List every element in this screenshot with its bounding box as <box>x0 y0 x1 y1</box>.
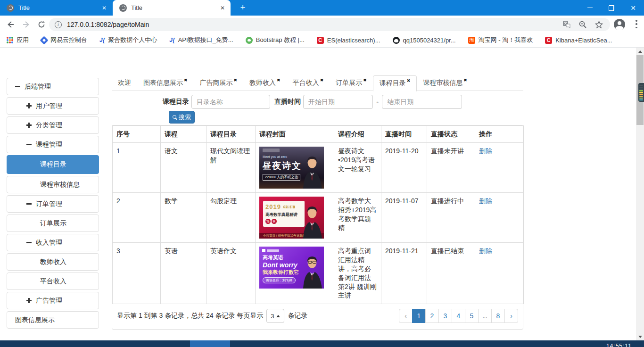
start-date-input[interactable] <box>303 95 373 109</box>
scroll-up-arrow[interactable] <box>636 48 644 55</box>
cell-action: 删除 <box>475 243 524 304</box>
logo-mark <box>262 249 265 252</box>
content-tab[interactable]: 课程审核信息✖ <box>417 75 473 91</box>
content-tab[interactable]: 广告商展示✖ <box>194 75 244 91</box>
sidebar-item[interactable]: 教师收入 <box>7 253 99 271</box>
delete-link[interactable]: 删除 <box>479 197 492 205</box>
back-button[interactable] <box>4 18 17 31</box>
profile-avatar[interactable] <box>614 19 625 30</box>
omnibox-icons <box>562 20 604 29</box>
table-header-row: 序号课程课程目录课程封面课程介绍直播时间直播状态操作 <box>113 126 524 143</box>
content-tab-close-icon[interactable]: ✖ <box>320 78 324 83</box>
restore-button[interactable] <box>601 0 622 16</box>
bookmark-item[interactable]: Bootstrap 教程 |... <box>246 36 305 44</box>
content-tab[interactable]: 图表信息展示✖ <box>137 75 194 91</box>
taskbar-clock: 14:55:11 <box>606 343 632 347</box>
sidebar-item[interactable]: 广告管理 <box>7 292 99 309</box>
bookmark-item[interactable]: J{API数据接口_免费... <box>169 36 233 44</box>
pager-prev[interactable]: ‹ <box>399 309 413 323</box>
bookmark-item[interactable]: CES(elasticsearch)... <box>317 37 380 44</box>
sidebar-item-active[interactable]: 课程目录 <box>7 155 99 174</box>
sidebar-item[interactable]: 分类管理 <box>7 116 99 134</box>
cell-index: 3 <box>113 243 161 304</box>
pager-page-2[interactable]: 2 <box>425 309 439 323</box>
content-tab-close-icon[interactable]: ✖ <box>407 78 411 83</box>
sidebar-item[interactable]: 图表信息展示 <box>7 311 99 329</box>
sidebar-item[interactable]: 后端管理 <box>7 78 99 95</box>
reload-button[interactable] <box>35 18 48 31</box>
site-info-icon[interactable]: i <box>55 21 62 28</box>
apps-shortcut[interactable]: 应用 <box>7 36 29 44</box>
bookmark-item[interactable]: 网易云控制台 <box>41 36 87 44</box>
browser-menu-icon[interactable] <box>636 20 637 28</box>
cell-course: 语文 <box>161 143 206 193</box>
cover-teacher-pill: 英语名师：刘飞峰 <box>263 277 296 283</box>
apps-label: 应用 <box>17 36 29 44</box>
pager-page-5[interactable]: 5 <box>465 309 479 323</box>
search-button[interactable]: 搜索 <box>169 111 195 124</box>
pager-page-1[interactable]: 1 <box>412 309 426 323</box>
browser-tab[interactable]: Title✕ <box>113 0 231 16</box>
close-button[interactable]: ✕ <box>622 0 644 16</box>
pager-ellipsis[interactable]: ... <box>478 309 492 323</box>
bookmark-item[interactable]: qq1505024321/pr... <box>393 37 456 44</box>
sidebar-item[interactable]: 课程管理 <box>7 136 99 153</box>
content-tab-close-icon[interactable]: ✖ <box>184 78 188 83</box>
marker-stripe <box>639 98 643 99</box>
sidebar-item[interactable]: 课程审核信息 <box>7 176 99 193</box>
marker-stripe <box>639 87 643 88</box>
pager-page-4[interactable]: 4 <box>452 309 465 323</box>
course-cover-image: 高考英语Dont worry我来教你打败它英语名师：刘飞峰 <box>259 247 324 289</box>
cell-catalog: 现代文阅读理解 <box>206 143 256 193</box>
content-tab[interactable]: 订单展示✖ <box>330 75 373 91</box>
minimize-button[interactable] <box>579 0 601 16</box>
content-tab[interactable]: 欢迎 <box>112 75 137 91</box>
tab-close-icon[interactable]: ✕ <box>101 5 107 11</box>
bookmark-item[interactable]: CKibana+ElasticSea... <box>545 37 612 44</box>
address-bar[interactable]: i 127.0.0.1:8082/page/toMain <box>49 18 610 31</box>
delete-link[interactable]: 删除 <box>479 147 492 155</box>
windows-taskbar: 14:55:11 <box>0 340 644 347</box>
pager-page-3[interactable]: 3 <box>438 309 452 323</box>
forward-button[interactable] <box>20 18 33 31</box>
catalog-name-input[interactable] <box>191 95 270 109</box>
content-tab[interactable]: 平台收入✖ <box>287 75 330 91</box>
bookmark-star-icon[interactable] <box>594 20 603 29</box>
sidebar-item[interactable]: 用户管理 <box>7 97 99 115</box>
delete-link[interactable]: 删除 <box>479 247 492 255</box>
page-size-select[interactable]: 3 <box>266 309 284 323</box>
zoom-out-icon[interactable] <box>578 20 587 29</box>
content-tab[interactable]: 教师收入✖ <box>243 75 287 91</box>
bookmark-item[interactable]: J{聚合数据个人中心 <box>99 36 157 44</box>
netease-favicon-icon <box>40 36 48 44</box>
sidebar-item[interactable]: 订单展示 <box>7 215 99 232</box>
cover-tag: 全国卷 <box>283 206 295 208</box>
end-date-input[interactable] <box>382 95 462 109</box>
new-tab-button[interactable]: + <box>237 2 249 13</box>
cell-live-status: 直播已结束 <box>427 243 475 304</box>
browser-tab[interactable]: Title✕ <box>0 0 112 16</box>
cell-action: 删除 <box>475 143 524 193</box>
url-text[interactable]: 127.0.0.1:8082/page/toMain <box>67 21 562 28</box>
scroll-down-arrow[interactable] <box>636 333 644 340</box>
content-tab-close-icon[interactable]: ✖ <box>363 78 367 83</box>
cover-banner: 22000+人的不眠之选 <box>263 174 300 181</box>
pager-next[interactable]: › <box>504 309 518 323</box>
page-content: 后端管理用户管理分类管理课程管理课程目录课程审核信息订单管理订单展示收入管理教师… <box>0 48 644 340</box>
content-tab[interactable]: 课程目录✖ <box>373 75 417 91</box>
triangle-up-icon <box>638 50 642 53</box>
tab-close-icon[interactable]: ✕ <box>219 5 226 11</box>
minus-icon <box>26 142 32 147</box>
pager-page-8[interactable]: 8 <box>491 309 505 323</box>
sidebar-item[interactable]: 平台收入 <box>7 273 99 290</box>
bookmark-item[interactable]: 淘淘宝网 - 淘！我喜欢 <box>468 36 533 44</box>
content-tab-close-icon[interactable]: ✖ <box>463 78 467 83</box>
sidebar-item[interactable]: 收入管理 <box>7 234 99 251</box>
taskbar-active-app[interactable] <box>190 340 230 347</box>
content-tab-close-icon[interactable]: ✖ <box>277 78 281 83</box>
content-tab-close-icon[interactable]: ✖ <box>234 78 238 83</box>
translate-icon[interactable] <box>562 20 571 29</box>
content-tab-label: 课程目录 <box>380 79 406 88</box>
sidebar-item[interactable]: 订单管理 <box>7 195 99 213</box>
minus-icon <box>26 240 32 245</box>
